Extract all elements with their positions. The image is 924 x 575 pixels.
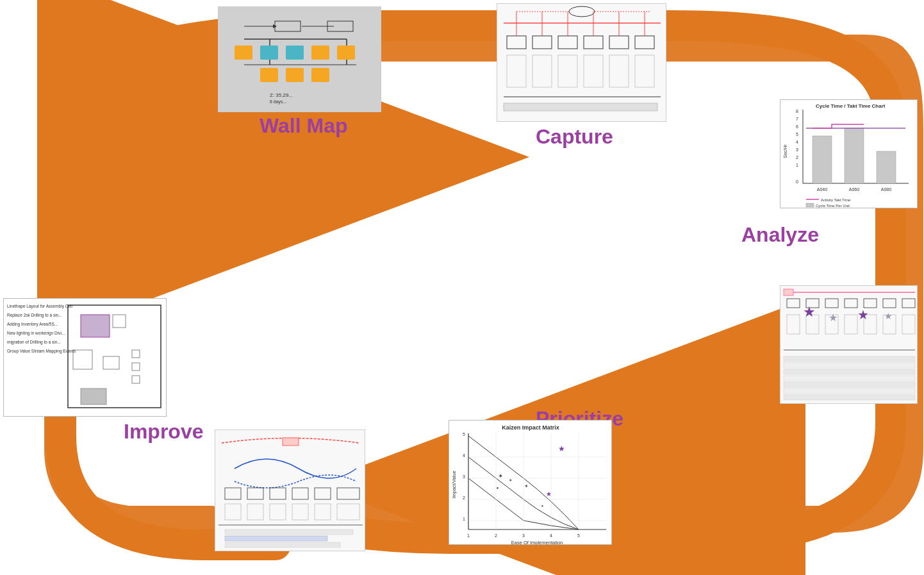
svg-text:★: ★ — [829, 312, 837, 323]
svg-text:1: 1 — [796, 163, 798, 167]
svg-text:★: ★ — [884, 311, 893, 321]
svg-text:Cycle Time / Takt Time Chart: Cycle Time / Takt Time Chart — [816, 103, 886, 109]
svg-text:3: 3 — [796, 147, 798, 152]
svg-rect-63 — [813, 136, 832, 183]
svg-text:5: 5 — [463, 432, 465, 437]
capture-label: Capture — [536, 125, 613, 149]
svg-rect-160 — [81, 315, 110, 337]
svg-text:⬥: ⬥ — [541, 503, 544, 508]
svg-text:2: 2 — [796, 155, 798, 160]
wallmap-label: Wall Map — [260, 114, 347, 138]
svg-rect-83 — [784, 289, 793, 296]
analyze-label: Analyze — [741, 223, 819, 247]
svg-text:Cycle Time Per Unit: Cycle Time Per Unit — [816, 204, 850, 208]
svg-rect-97 — [784, 363, 915, 368]
svg-text:Linethape Layout for Assembly : Linethape Layout for Assembly Cell — [7, 304, 72, 309]
prioritize-thumbnail: ★ ★ ★ ★ — [780, 285, 918, 404]
svg-rect-10 — [260, 46, 278, 60]
svg-text:★: ★ — [558, 444, 565, 453]
svg-text:Sec/Hr: Sec/Hr — [783, 144, 788, 158]
svg-rect-65 — [877, 151, 896, 183]
svg-text:Adding Inventory Area/5S...: Adding Inventory Area/5S... — [7, 322, 58, 327]
svg-rect-99 — [784, 376, 915, 381]
svg-text:2: 2 — [495, 533, 497, 538]
svg-text:1: 1 — [467, 533, 470, 538]
svg-text:8: 8 — [796, 109, 798, 113]
svg-text:6: 6 — [796, 124, 798, 129]
improve-thumbnail — [215, 429, 365, 551]
svg-rect-151 — [225, 542, 340, 547]
svg-rect-13 — [337, 46, 355, 60]
svg-text:1: 1 — [463, 517, 465, 521]
svg-text:Z: 35,29...: Z: 35,29... — [270, 92, 293, 98]
layout-thumbnail: Linethape Layout for Assembly Cell Repla… — [3, 298, 167, 417]
svg-rect-64 — [845, 128, 864, 183]
analyze-thumbnail: Cycle Time / Takt Time Chart 8 7 6 5 4 3… — [780, 99, 918, 208]
svg-rect-9 — [235, 46, 252, 60]
svg-text:⬥: ⬥ — [509, 476, 512, 483]
kaizen-thumbnail: Kaizen Impact Matrix 5 4 3 2 1 1 2 3 4 5… — [449, 420, 612, 545]
svg-text:5: 5 — [577, 533, 580, 538]
svg-text:3: 3 — [463, 474, 465, 479]
svg-rect-16 — [311, 68, 329, 82]
svg-rect-102 — [784, 395, 915, 400]
svg-text:2: 2 — [463, 496, 465, 500]
svg-rect-149 — [225, 529, 353, 535]
svg-text:★: ★ — [546, 490, 552, 497]
svg-text:✦: ✦ — [498, 472, 503, 479]
svg-text:4: 4 — [463, 453, 465, 458]
svg-rect-96 — [784, 356, 915, 362]
svg-rect-101 — [784, 388, 915, 394]
svg-rect-98 — [784, 369, 915, 374]
improve-label: Improve — [124, 420, 203, 444]
svg-text:Kaizen Impact Matrix: Kaizen Impact Matrix — [502, 424, 559, 431]
svg-rect-15 — [286, 68, 304, 82]
svg-text:A080: A080 — [881, 187, 891, 192]
svg-text:7: 7 — [796, 117, 798, 121]
svg-text:A060: A060 — [849, 187, 859, 192]
svg-text:5: 5 — [796, 132, 798, 137]
capture-thumbnail — [497, 3, 666, 122]
svg-text:A040: A040 — [817, 187, 827, 192]
svg-text:★: ★ — [857, 308, 869, 322]
svg-text:✦: ✦ — [524, 483, 529, 489]
svg-text:Group Value Stream Mapping Eva: Group Value Stream Mapping Evants — [7, 349, 76, 354]
svg-rect-164 — [81, 388, 106, 404]
wallmap-thumbnail: Z: 35,29... 8 days... — [218, 6, 381, 112]
svg-text:Impact/Value: Impact/Value — [451, 471, 457, 498]
svg-rect-135 — [283, 438, 299, 446]
svg-rect-14 — [260, 68, 278, 82]
svg-rect-12 — [311, 46, 329, 60]
svg-text:migration of Drilling to a sin: migration of Drilling to a sin... — [7, 340, 61, 345]
svg-text:4: 4 — [550, 533, 552, 538]
svg-text:Activity Takt Time: Activity Takt Time — [821, 198, 851, 202]
svg-text:Ease Of Implementation: Ease Of Implementation — [511, 540, 563, 545]
svg-text:★: ★ — [803, 304, 816, 320]
svg-rect-72 — [806, 203, 814, 207]
svg-rect-11 — [286, 46, 304, 60]
svg-rect-42 — [504, 103, 657, 111]
svg-rect-100 — [784, 382, 915, 387]
svg-text:3: 3 — [522, 533, 525, 538]
svg-text:New lighting in workerign Divi: New lighting in workerign Divi... — [7, 331, 65, 336]
svg-text:0: 0 — [796, 179, 798, 184]
svg-rect-150 — [225, 536, 327, 541]
svg-text:Replace 2sk Drilling to a sin.: Replace 2sk Drilling to a sin... — [7, 313, 62, 318]
svg-text:8 days...: 8 days... — [270, 99, 287, 104]
svg-rect-103 — [449, 421, 612, 545]
svg-text:4: 4 — [796, 140, 798, 144]
